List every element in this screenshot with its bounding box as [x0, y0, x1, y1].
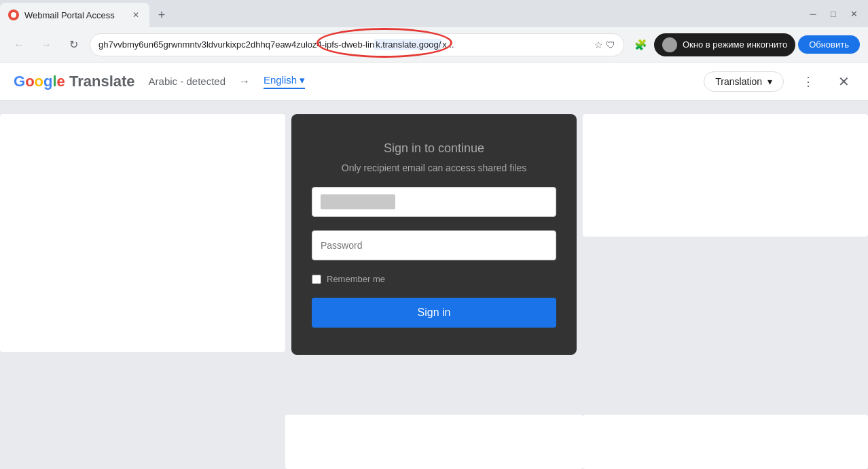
address-part2: x...: [442, 39, 454, 50]
tab-favicon: [8, 10, 19, 20]
new-tab-button[interactable]: +: [149, 3, 174, 27]
translate-close-button[interactable]: ✕: [833, 71, 854, 92]
nav-bar: ← → ↻ gh7vvbmy6un65grwnmntv3ldvurkixpc2d…: [0, 27, 868, 63]
maximize-button[interactable]: □: [825, 5, 842, 22]
refresh-icon: ↻: [69, 38, 78, 51]
logo-letter-o1: o: [25, 73, 34, 90]
close-icon: ✕: [838, 73, 850, 90]
translation-dropdown-icon: ▾: [767, 76, 772, 87]
logo-letter-g2: g: [43, 73, 52, 90]
shield-icon[interactable]: 🛡: [606, 39, 615, 50]
bookmark-icon[interactable]: ☆: [594, 39, 603, 50]
extensions-button[interactable]: 🧩: [630, 34, 651, 56]
back-button[interactable]: ←: [8, 34, 30, 56]
email-field-wrapper[interactable]: [312, 187, 556, 217]
sign-in-subtitle: Only recipient email can access shared f…: [342, 162, 526, 173]
address-bar-container: gh7vvbmy6un65grwnmntv3ldvurkixpc2dhhq7ea…: [90, 33, 624, 56]
incognito-section: Окно в режиме инкогнито: [654, 33, 795, 56]
forward-icon: →: [41, 39, 52, 51]
language-arrow: →: [239, 75, 250, 88]
more-options-button[interactable]: ⋮: [797, 71, 819, 92]
google-translate-logo: Google Translate: [14, 73, 135, 90]
svg-point-0: [11, 12, 16, 18]
back-icon: ←: [14, 39, 24, 51]
dropdown-icon: ▾: [300, 74, 305, 86]
active-tab[interactable]: Webmail Portal Access ✕: [0, 3, 149, 27]
minimize-button[interactable]: ─: [804, 5, 822, 22]
close-window-button[interactable]: ✕: [845, 5, 863, 22]
browser-frame: Webmail Portal Access ✕ + ─ □ ✕ ← → ↻ gh…: [0, 0, 868, 469]
address-part1: gh7vvbmy6un65grwnmntv3ldvurkixpc2dhhq7ea…: [98, 39, 374, 50]
main-content: Sign in to continue Only recipient email…: [0, 101, 868, 469]
address-icons: ☆ 🛡: [594, 39, 615, 50]
nav-icons: 🧩 Окно в режиме инкогнито Обновить: [630, 33, 860, 56]
window-controls: ─ □ ✕: [799, 0, 868, 27]
bg-panel-bottom: [285, 415, 583, 469]
translate-toolbar: Google Translate Arabic - detected → Eng…: [0, 63, 868, 101]
logo-letter-e: e: [57, 73, 65, 90]
email-prefilled-value: [321, 194, 395, 209]
sign-in-button[interactable]: Sign in: [312, 298, 556, 328]
address-text: gh7vvbmy6un65grwnmntv3ldvurkixpc2dhhq7ea…: [98, 39, 454, 50]
source-language: Arabic - detected: [149, 75, 225, 87]
bg-panel-right-bottom: [583, 415, 868, 469]
address-bar[interactable]: gh7vvbmy6un65grwnmntv3ldvurkixpc2dhhq7ea…: [90, 33, 624, 56]
bg-panel-right: [583, 114, 868, 237]
logo-letter-o2: o: [35, 73, 43, 90]
login-card: Sign in to continue Only recipient email…: [291, 114, 577, 355]
bg-panel-left: [0, 114, 285, 352]
tab-close-button[interactable]: ✕: [130, 10, 141, 20]
sign-in-title: Sign in to continue: [384, 141, 484, 156]
password-input[interactable]: [312, 230, 556, 260]
incognito-label: Окно в режиме инкогнито: [683, 39, 787, 50]
incognito-avatar: [662, 37, 677, 52]
remember-me-label: Remember me: [327, 274, 385, 284]
logo-translate-text: Translate: [69, 73, 135, 90]
target-language-button[interactable]: English ▾: [264, 74, 305, 89]
translation-label: Translation: [715, 76, 762, 87]
remember-row: Remember me: [312, 274, 556, 284]
tab-title: Webmail Portal Access: [24, 10, 125, 20]
puzzle-icon: 🧩: [634, 39, 647, 51]
update-button[interactable]: Обновить: [798, 35, 860, 54]
tab-bar: Webmail Portal Access ✕ + ─ □ ✕: [0, 0, 868, 27]
forward-button[interactable]: →: [35, 34, 57, 56]
logo-letter-g1: G: [14, 73, 25, 90]
remember-me-checkbox[interactable]: [312, 275, 321, 284]
refresh-button[interactable]: ↻: [62, 34, 84, 56]
target-lang-label: English: [264, 74, 297, 86]
translation-button[interactable]: Translation ▾: [704, 71, 784, 92]
address-highlight: k.translate.goog/: [374, 39, 442, 50]
more-options-icon: ⋮: [802, 74, 814, 89]
